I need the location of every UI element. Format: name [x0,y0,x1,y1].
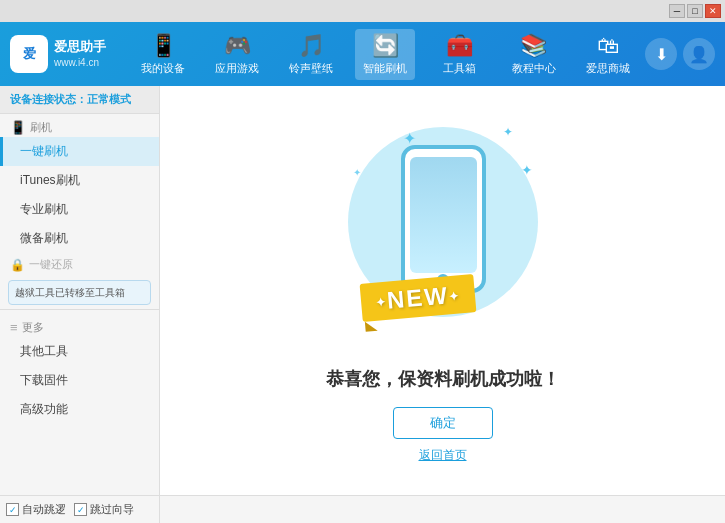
content-area: ✦ ✦ ✦ ✦ ✦NEW✦ 恭喜您，保资料刷机成功啦！ 确定 返回首页 [160,86,725,495]
nav-smart-flash[interactable]: 🔄 智能刷机 [355,29,415,80]
sparkle-l: ✦ [353,167,361,178]
flash-section-label: 刷机 [30,120,52,135]
nav-tutorials-label: 教程中心 [512,61,556,76]
auto-jump-checkbox-item: ✓ 自动跳逻 [6,502,66,517]
title-bar: ─ □ ✕ [0,0,725,22]
jailbreak-notice: 越狱工具已转移至工具箱 [8,280,151,305]
nav-items: 📱 我的设备 🎮 应用游戏 🎵 铃声壁纸 🔄 智能刷机 🧰 工具箱 📚 教程中心… [126,29,645,80]
close-btn[interactable]: ✕ [705,4,721,18]
nav-apps-games[interactable]: 🎮 应用游戏 [207,29,267,80]
logo: 爱 爱思助手 www.i4.cn [10,35,106,73]
more-section: ≡ 更多 [0,314,159,337]
nav-my-device[interactable]: 📱 我的设备 [133,29,193,80]
phone-illustration: ✦ ✦ ✦ ✦ ✦NEW✦ [333,117,553,347]
nav-ringtones-label: 铃声壁纸 [289,61,333,76]
nav-smart-flash-label: 智能刷机 [363,61,407,76]
device-panel: ✓ 自动跳逻 ✓ 跳过向导 📱 iPhone 12 mini 64GB Down… [0,496,160,523]
nav-toolbox-label: 工具箱 [443,61,476,76]
header-right: ⬇ 👤 [645,38,715,70]
flash-section: 📱 刷机 [0,114,159,137]
nav-mall[interactable]: 🛍 爱思商城 [578,29,638,80]
nav-toolbox[interactable]: 🧰 工具箱 [430,29,490,80]
header: 爱 爱思助手 www.i4.cn 📱 我的设备 🎮 应用游戏 🎵 铃声壁纸 🔄 … [0,22,725,86]
phone-body [401,145,486,293]
main-area: 设备连接状态：正常模式 📱 刷机 一键刷机 iTunes刷机 专业刷机 微备刷机… [0,86,725,495]
bottom-wrapper: ✓ 自动跳逻 ✓ 跳过向导 📱 iPhone 12 mini 64GB Down… [0,495,725,523]
nav-tutorials[interactable]: 📚 教程中心 [504,29,564,80]
sparkle-r: ✦ [521,162,533,178]
nav-my-device-label: 我的设备 [141,61,185,76]
flash-section-icon: 📱 [10,120,26,135]
status-label: 设备连接状态： [10,93,87,105]
lock-icon: 🔒 [10,258,25,272]
ribbon-tail [364,321,377,332]
status-bar: 设备连接状态：正常模式 [0,86,159,114]
smart-flash-icon: 🔄 [372,33,399,59]
sidebar-divider [0,309,159,310]
nav-mall-label: 爱思商城 [586,61,630,76]
sidebar-item-one-key-flash[interactable]: 一键刷机 [0,137,159,166]
maximize-btn[interactable]: □ [687,4,703,18]
apps-games-icon: 🎮 [224,33,251,59]
sidebar-item-pro-flash[interactable]: 专业刷机 [0,195,159,224]
status-value: 正常模式 [87,93,131,105]
toolbox-icon: 🧰 [446,33,473,59]
sidebar-item-other-tools[interactable]: 其他工具 [0,337,159,366]
back-link[interactable]: 返回首页 [419,447,467,464]
skip-wizard-checkbox-item: ✓ 跳过向导 [74,502,134,517]
user-btn[interactable]: 👤 [683,38,715,70]
success-text: 恭喜您，保资料刷机成功啦！ [326,367,560,391]
mall-icon: 🛍 [597,33,619,59]
skip-wizard-label: 跳过向导 [90,502,134,517]
auto-jump-label: 自动跳逻 [22,502,66,517]
sparkle-tr: ✦ [503,125,513,139]
more-section-icon: ≡ [10,320,18,335]
confirm-button[interactable]: 确定 [393,407,493,439]
logo-icon: 爱 [10,35,48,73]
minimize-btn[interactable]: ─ [669,4,685,18]
my-device-icon: 📱 [150,33,177,59]
tutorials-icon: 📚 [520,33,547,59]
sidebar-item-itunes-flash[interactable]: iTunes刷机 [0,166,159,195]
sidebar-item-download-firmware[interactable]: 下载固件 [0,366,159,395]
checkboxes-row: ✓ 自动跳逻 ✓ 跳过向导 [6,500,153,519]
sidebar-item-advanced[interactable]: 高级功能 [0,395,159,424]
one-key-restore-section: 🔒 一键还原 [0,253,159,276]
more-section-label: 更多 [22,320,44,335]
one-key-restore-label: 一键还原 [29,257,73,272]
nav-ringtones[interactable]: 🎵 铃声壁纸 [281,29,341,80]
sidebar: 设备连接状态：正常模式 📱 刷机 一键刷机 iTunes刷机 专业刷机 微备刷机… [0,86,160,495]
ringtones-icon: 🎵 [298,33,325,59]
phone-screen [410,157,477,273]
logo-text: 爱思助手 www.i4.cn [54,38,106,70]
nav-apps-label: 应用游戏 [215,61,259,76]
sidebar-item-save-flash[interactable]: 微备刷机 [0,224,159,253]
download-btn[interactable]: ⬇ [645,38,677,70]
skip-wizard-checkbox[interactable]: ✓ [74,503,87,516]
auto-jump-checkbox[interactable]: ✓ [6,503,19,516]
